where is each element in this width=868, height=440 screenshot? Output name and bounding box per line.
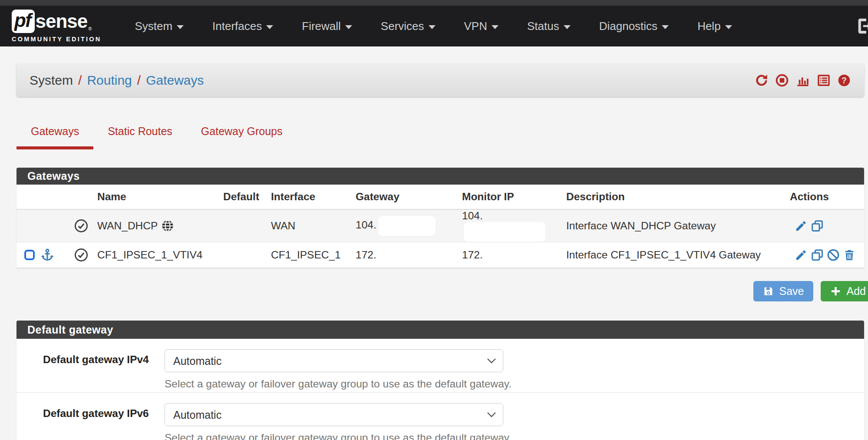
add-button[interactable]: Add [821,281,868,301]
chevron-down-icon [429,25,436,29]
nav-item-label: VPN [464,20,487,33]
save-floppy-icon [762,285,774,297]
gateway-ip: 104. [356,219,376,231]
default-gateway-ipv4-help: Select a gateway or failover gateway gro… [165,378,512,390]
chevron-down-icon [725,25,732,29]
table-actions-bar: Save Add [17,281,868,301]
help-icon[interactable]: ? [837,73,851,87]
row-actions-cell [786,209,864,242]
pfsense-logo[interactable]: pf sense ® COMMUNITY EDITION [12,10,101,43]
form-row-default-gateway-ipv6: Default gateway IPv6 Automatic Select a … [17,392,864,440]
default-gateway-ipv6-help: Select a gateway or failover gateway gro… [165,432,512,440]
col-actions: Actions [786,185,864,209]
row-name-cell: WAN_DHCP [94,209,220,242]
nav-item-help[interactable]: Help [683,6,746,46]
nav-item-label: Services [381,20,424,33]
row-status-cell [69,209,94,242]
row-default-cell [220,242,267,268]
default-gateway-ipv4-label: Default gateway IPv4 [43,354,149,366]
check-circle-icon [72,218,90,233]
row-monitor-cell: 104. [459,209,563,242]
chevron-down-icon [564,25,571,29]
col-description: Description [563,185,786,209]
row-icons-cell [17,242,69,268]
default-gateway-panel: Default gateway Default gateway IPv4 Aut… [17,321,864,440]
breadcrumb-bar: System / Routing / Gateways ? [17,64,864,97]
nav-item-services[interactable]: Services [366,6,450,46]
copy-icon[interactable] [811,248,824,261]
nav-item-label: System [135,20,172,33]
bar-chart-icon[interactable] [795,73,810,87]
row-icons-cell [17,209,69,242]
chevron-down-icon [662,25,669,29]
nav-item-label: Diagnostics [599,20,657,33]
refresh-icon[interactable] [755,73,769,87]
col-status [69,185,94,209]
gateways-panel: Gateways Name Default Interface Gateway … [17,168,864,268]
nav-item-vpn[interactable]: VPN [450,6,513,46]
plus-icon [830,285,842,297]
redaction-box [378,216,436,236]
default-gateway-ipv6-select[interactable]: Automatic [165,403,503,426]
main-navbar: pf sense ® COMMUNITY EDITION System Inte… [0,6,868,46]
tab-gateways[interactable]: Gateways [17,119,93,149]
breadcrumb-separator: / [137,73,141,88]
nav-item-interfaces[interactable]: Interfaces [198,6,287,46]
logo-pf: pf [12,10,35,33]
tab-static-routes[interactable]: Static Routes [93,119,187,149]
nav-item-label: Help [697,20,720,33]
breadcrumb-link-routing[interactable]: Routing [87,73,132,88]
routing-tabs: Gateways Static Routes Gateway Groups [17,119,868,149]
col-interface: Interface [267,185,352,209]
row-description-cell: Interface WAN_DHCP Gateway [563,209,786,242]
default-gateway-ipv6-select-wrap: Automatic [165,403,503,426]
col-name: Name [94,185,220,209]
edit-pencil-icon[interactable] [795,219,808,232]
chevron-down-icon [177,25,184,29]
nav-item-label: Interfaces [212,20,262,33]
row-interface-cell: WAN [267,209,352,242]
logo-sense: sense [36,10,88,32]
svg-text:?: ? [842,76,847,85]
row-gateway-cell: 104. [352,209,459,242]
row-name-cell: CF1_IPSEC_1_VTIV4 [94,242,220,268]
edit-pencil-icon[interactable] [795,248,808,261]
default-gateway-ipv4-select[interactable]: Automatic [165,349,503,372]
row-gateway-cell: 172. [352,242,459,268]
disable-ban-icon[interactable] [827,248,840,261]
breadcrumb-separator: / [78,73,82,88]
nav-item-status[interactable]: Status [513,6,585,46]
nav-item-diagnostics[interactable]: Diagnostics [585,6,683,46]
nav-item-firewall[interactable]: Firewall [287,6,366,46]
table-row: WAN_DHCP WAN 104. 104. Interface WAN_DHC… [17,209,864,242]
delete-trash-icon[interactable] [843,248,856,261]
marker-square-icon [24,250,35,260]
breadcrumb-actions: ? [755,64,851,97]
log-list-icon[interactable] [817,73,831,87]
row-interface-cell: CF1_IPSEC_1 [267,242,352,268]
gateway-name: WAN_DHCP [97,220,158,232]
breadcrumb-link-gateways[interactable]: Gateways [146,73,204,88]
redaction-box [464,222,545,242]
chevron-down-icon [266,25,273,29]
breadcrumb-section: System [30,73,73,88]
col-gateway: Gateway [352,185,459,209]
logo-tagline: COMMUNITY EDITION [12,36,101,43]
check-circle-icon [72,248,90,262]
monitor-ip: 104. [462,210,483,222]
copy-icon[interactable] [811,219,824,232]
stop-circle-icon[interactable] [775,73,789,87]
form-row-default-gateway-ipv4: Default gateway IPv4 Automatic Select a … [17,339,864,392]
nav-item-system[interactable]: System [120,6,198,46]
tab-gateway-groups[interactable]: Gateway Groups [187,119,297,149]
table-header-row: Name Default Interface Gateway Monitor I… [17,185,864,209]
sign-out-icon[interactable] [855,16,868,36]
window-top-strip [0,0,868,6]
add-button-label: Add [847,285,866,298]
row-description-cell: Interface CF1_IPSEC_1_VTIV4 Gateway [563,242,786,268]
row-actions-cell [786,242,864,268]
row-status-cell [69,242,94,268]
row-monitor-cell: 172. [459,242,563,268]
col-monitor-ip: Monitor IP [459,185,563,209]
save-button[interactable]: Save [753,281,813,301]
